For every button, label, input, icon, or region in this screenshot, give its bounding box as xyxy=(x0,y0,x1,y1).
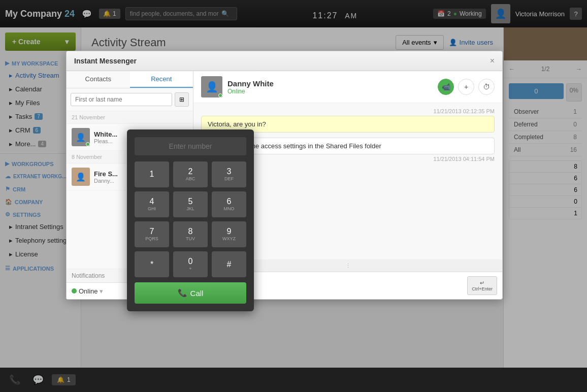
dialer-key-hash[interactable]: # xyxy=(212,251,246,277)
im-tabs: Contacts Recent xyxy=(67,71,193,88)
message-timestamp: 11/21/2013 02:12:35 PM xyxy=(201,108,495,114)
send-button[interactable]: ↵ Ctrl+Enter xyxy=(467,276,497,295)
call-button[interactable]: 📞 Call xyxy=(135,282,246,304)
chat-actions: 📹 + ⏱ xyxy=(438,79,495,95)
chat-status: Online xyxy=(227,88,274,95)
contact-name-2: Fire S... xyxy=(94,170,118,178)
chat-message-group-1: 11/21/2013 02:12:35 PM Victoria, are you… xyxy=(201,108,495,133)
dialer-key-6[interactable]: 6MNO xyxy=(212,191,246,217)
im-date-header: 21 November xyxy=(67,111,193,124)
im-search-input[interactable] xyxy=(71,93,172,106)
video-call-button[interactable]: 📹 xyxy=(438,79,454,95)
dialer-key-8[interactable]: 8TUV xyxy=(173,221,208,247)
dialer-key-0[interactable]: 0+ xyxy=(173,251,208,277)
dialer-key-2[interactable]: 2ABC xyxy=(173,161,208,187)
contact-avatar-2: 👤 xyxy=(72,168,90,186)
history-button[interactable]: ⏱ xyxy=(478,79,495,95)
im-close-button[interactable]: × xyxy=(490,56,495,66)
add-action-button[interactable]: + xyxy=(458,79,474,95)
dialer-key-4[interactable]: 4GHI xyxy=(135,191,169,217)
im-status: Online ▾ xyxy=(72,287,103,295)
dialer-key-7[interactable]: 7PQRS xyxy=(135,221,169,247)
chat-avatar: 👤 xyxy=(201,76,222,97)
chat-online-dot xyxy=(218,93,222,97)
dialer-key-9[interactable]: 9WXYZ xyxy=(212,221,246,247)
contact-avatar: 👤 xyxy=(72,128,90,146)
chat-username: Danny White xyxy=(227,79,274,88)
im-tab-recent[interactable]: Recent xyxy=(130,71,193,88)
contact-last-msg: Pleas... xyxy=(94,138,117,144)
chat-header: 👤 Danny White Online 📹 + ⏱ xyxy=(193,71,502,103)
im-header: Instant Messenger × xyxy=(67,51,502,71)
im-search: ⊞ xyxy=(67,88,193,111)
contact-last-msg-2: Danny... xyxy=(94,178,118,184)
contact-name: White... xyxy=(94,130,117,138)
dialer-number-input[interactable] xyxy=(135,137,246,155)
dialer-keypad: 1 2ABC 3DEF 4GHI 5JKL 6MNO 7PQRS 8TUV 9W… xyxy=(135,161,246,277)
online-dot xyxy=(86,142,90,146)
im-title: Instant Messenger xyxy=(74,57,137,65)
im-tab-contacts[interactable]: Contacts xyxy=(67,71,130,88)
phone-dialer-modal: 1 2ABC 3DEF 4GHI 5JKL 6MNO 7PQRS 8TUV 9W… xyxy=(127,129,254,311)
online-status-dot xyxy=(72,288,77,293)
dialer-key-1[interactable]: 1 xyxy=(135,161,169,187)
message-input[interactable] xyxy=(217,279,465,292)
status-dropdown-icon: ▾ xyxy=(100,287,103,295)
phone-icon: 📞 xyxy=(178,288,187,298)
im-search-icon-btn[interactable]: ⊞ xyxy=(175,92,189,107)
dialer-key-star[interactable]: * xyxy=(135,251,169,277)
dialer-key-5[interactable]: 5JKL xyxy=(173,191,208,217)
dialer-key-3[interactable]: 3DEF xyxy=(212,161,246,187)
